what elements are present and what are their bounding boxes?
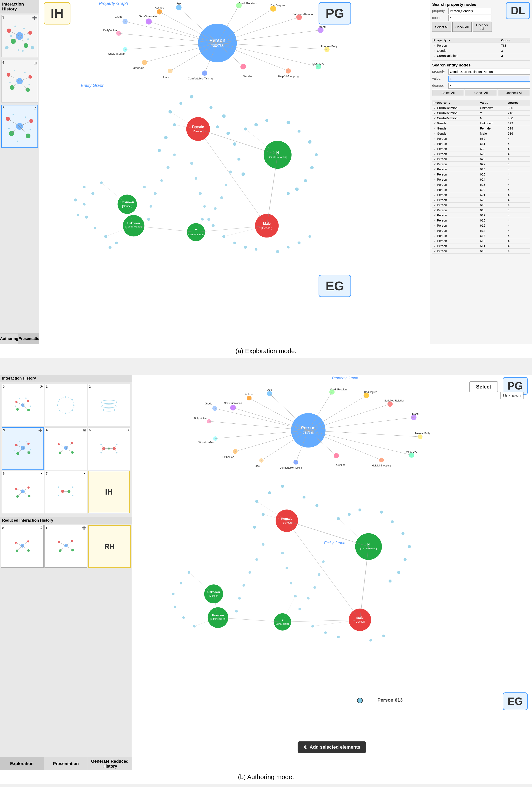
entity-table-row[interactable]: ✓ Person 618 4 [432,208,530,213]
svg-line-325 [261,430,308,461]
svg-point-152 [115,242,118,244]
svg-text:Grade: Grade [205,402,212,405]
entity-table-row[interactable]: ✓ CurrInRelation Y 216 [432,110,530,116]
entity-table-row[interactable]: ✓ Person 612 4 [432,238,530,243]
entity-table-row[interactable]: ✓ Person 615 4 [432,223,530,228]
b-thumb-3[interactable]: 3 ➕ [2,427,44,470]
svg-point-159 [244,246,247,249]
svg-line-52 [159,12,218,43]
entity-table-row[interactable]: ✓ Person 620 4 [432,197,530,203]
entity-table-row[interactable]: ✓ Person 614 4 [432,228,530,233]
select-all-entity-btn[interactable]: Select All [432,90,464,96]
count-input[interactable] [448,15,492,21]
entity-table-row[interactable]: ✓ Person 613 4 [432,233,530,238]
entity-property-input[interactable] [448,69,530,75]
svg-line-55 [179,7,218,43]
check-all-prop-btn[interactable]: Check All [452,22,471,32]
svg-point-145 [242,172,245,176]
entity-table-row[interactable]: ✓ Person 616 4 [432,218,530,223]
entity-table-row[interactable]: ✓ Person 623 4 [432,182,530,187]
entity-table-row[interactable]: ✓ Person 628 4 [432,156,530,162]
property-input[interactable] [448,8,492,14]
entity-table-row[interactable]: ✓ Person 624 4 [432,177,530,182]
exploration-btn-b[interactable]: Exploration [0,758,44,770]
entity-deg: 4 [507,223,530,228]
b-rh-thumb-0[interactable]: 0 ⑤ [1,525,44,568]
add-icon: ⊕ [304,744,308,750]
svg-text:Y: Y [195,228,197,232]
thumb-item-4[interactable]: 4 ⊞ [1,60,38,103]
svg-point-314 [379,458,384,462]
prop-table-row[interactable]: ✓ Gender 3 [432,48,530,53]
uncheck-all-prop-btn[interactable]: Uncheck All [473,22,492,32]
entity-degree-input[interactable] [448,83,530,89]
entity-prop: ✓ Gender [432,121,479,126]
entity-table-row[interactable]: ✓ Gender Female 598 [432,126,530,131]
b-thumb-2[interactable]: 2 [88,384,130,426]
b-thumb-0[interactable]: 0 ⑤ [2,384,44,426]
add-elements-tooltip[interactable]: ⊕ Add selected elements [298,741,366,753]
generate-reduced-btn[interactable]: Generate Reduced History [88,758,132,770]
svg-line-195 [16,402,23,405]
b-thumb-6[interactable]: 6 ✂ [2,471,44,513]
entity-prop: ✓ Person [432,249,479,254]
b-thumb-1[interactable]: 1 [45,384,87,426]
entity-table-row[interactable]: ✓ Person 630 4 [432,146,530,151]
svg-point-364 [281,485,284,488]
presentation-btn-b[interactable]: Presentation [44,758,88,770]
svg-point-402 [313,586,316,589]
entity-val: 616 [479,218,507,223]
svg-point-157 [222,235,225,238]
svg-text:Gender: Gender [243,75,252,78]
svg-point-363 [268,491,271,494]
svg-text:Age: Age [267,388,272,391]
entity-deg: 4 [507,213,530,218]
select-all-prop-btn[interactable]: Select All [432,22,451,32]
entity-prop: ✓ Person [432,223,479,228]
entity-prop: ✓ Person [432,172,479,177]
b-thumb-5[interactable]: 5 ↺ [88,427,130,470]
svg-line-116 [198,129,278,155]
entity-table-row[interactable]: ✓ Person 621 4 [432,192,530,197]
select-button-b[interactable]: Select [469,381,498,392]
uncheck-all-entity-btn[interactable]: Uncheck All [498,90,530,96]
svg-line-189 [196,219,202,232]
entity-table-row[interactable]: ✓ Person 625 4 [432,172,530,177]
entity-property-label: property: [432,70,447,73]
prop-table-row[interactable]: ✓ Person 788 [432,43,530,48]
entity-val: 618 [479,208,507,213]
svg-point-367 [262,513,265,516]
entity-table-row[interactable]: ✓ Person 629 4 [432,151,530,156]
svg-line-283 [66,546,72,550]
prop-table-row[interactable]: ✓ CurrInRelation 3 [432,53,530,58]
entity-table-row[interactable]: ✓ Person 632 4 [432,136,530,141]
b-thumb-4[interactable]: 4 ⊞ [45,427,87,470]
entity-table-row[interactable]: ✓ Person 617 4 [432,213,530,218]
entity-value-input[interactable] [448,76,530,82]
entity-table-row[interactable]: ✓ Person 627 4 [432,162,530,167]
authoring-btn[interactable]: Authoring [0,334,19,344]
svg-line-357 [287,521,360,620]
b-thumb-7[interactable]: 7 ✂ [45,471,87,513]
entity-table-row[interactable]: ✓ Gender Male 586 [432,131,530,136]
entity-table-row[interactable]: ✓ Person 631 4 [432,141,530,146]
svg-line-61 [218,8,273,43]
entity-table-row[interactable]: ✓ CurrInRelation Unknown 380 [432,105,530,110]
entity-table-row[interactable]: ✓ Person 619 4 [432,203,530,208]
entity-table-row[interactable]: ✓ CurrInRelation N 980 [432,116,530,121]
entity-table-row[interactable]: ✓ Person 610 4 [432,249,530,254]
entity-table-row[interactable]: ✓ Gender Unknown 392 [432,121,530,126]
b-rh-thumb-1[interactable]: 1 ➕ [44,525,87,568]
thumb-item-3[interactable]: 3 ➕ [1,15,38,57]
svg-point-392 [248,571,251,574]
pg-box-a: PG [318,2,351,24]
svg-text:Sex-Orientation: Sex-Orientation [139,15,158,18]
svg-text:788/788: 788/788 [303,431,314,434]
check-all-entity-btn[interactable]: Check All [465,90,497,96]
svg-text:Most-Live: Most-Live [312,62,325,65]
thumb-item-5[interactable]: 5 ↺ [1,105,38,148]
entity-table-row[interactable]: ✓ Person 611 4 [432,243,530,249]
entity-table-row[interactable]: ✓ Person 622 4 [432,187,530,192]
presentation-btn[interactable]: Presentation [19,334,42,344]
entity-table-row[interactable]: ✓ Person 626 4 [432,167,530,172]
